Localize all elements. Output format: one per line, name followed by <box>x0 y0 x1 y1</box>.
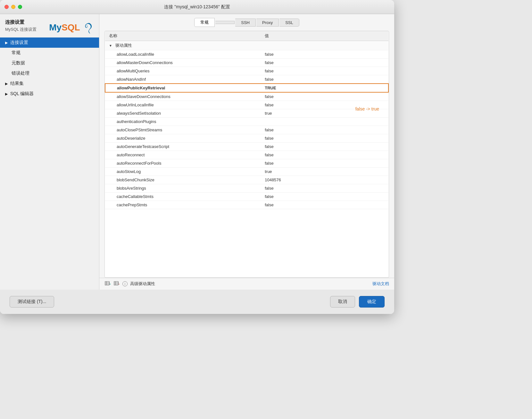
sidebar-item-sql-editor[interactable]: ▶ SQL 编辑器 <box>0 89 99 99</box>
table-row[interactable]: allowUrlInLocalInfilefalse <box>105 101 388 109</box>
sidebar-item-metadata[interactable]: 元数据 <box>0 58 99 68</box>
group-header-label: 驱动属性 <box>115 43 132 48</box>
window-title: 连接 "mysql_win10·123456" 配置 <box>164 4 230 10</box>
property-name: autoReconnectForPools <box>105 159 261 168</box>
property-value <box>261 118 388 126</box>
property-name: autoSlowLog <box>105 168 261 176</box>
table-row[interactable]: blobsAreStringsfalse <box>105 184 388 193</box>
arrow-icon: ▶ <box>5 41 8 45</box>
property-value: false <box>261 59 388 67</box>
property-value: false <box>261 67 388 75</box>
sidebar-item-general[interactable]: 常规 <box>0 48 99 58</box>
property-value: false <box>261 134 388 143</box>
title-bar: 连接 "mysql_win10·123456" 配置 <box>0 0 394 14</box>
mysql-logo: MySQL <box>49 22 93 34</box>
tab-general[interactable]: 常规 <box>194 18 215 27</box>
property-value: false <box>261 184 388 193</box>
driver-docs-link[interactable]: 驱动文档 <box>372 281 389 287</box>
table-container[interactable]: 名称 值 ▼ 驱动属性 allowLoadLocalInfilefalseall… <box>104 31 389 278</box>
right-panel: 常规 SSH Proxy SSL 名称 值 ▼ <box>99 14 394 290</box>
group-header-row: ▼ 驱动属性 <box>105 41 388 50</box>
property-value: false <box>261 143 388 151</box>
add-property-icon[interactable] <box>104 281 111 287</box>
property-name: allowNanAndInf <box>105 75 261 84</box>
cancel-button[interactable]: 取消 <box>330 296 355 308</box>
test-connection-button[interactable]: 测试链接 (T)... <box>10 296 54 308</box>
mysql-logo-text: MySQL <box>49 22 93 32</box>
table-row[interactable]: cacheCallableStmtsfalse <box>105 193 388 201</box>
arrow-icon: ▶ <box>5 82 8 86</box>
property-name: autoGenerateTestcaseScript <box>105 143 261 151</box>
tab-proxy[interactable]: Proxy <box>256 19 279 27</box>
tab-advanced[interactable] <box>215 21 235 24</box>
sidebar-item-label: 连接设置 <box>10 40 28 45</box>
svg-rect-6 <box>114 282 118 285</box>
table-row[interactable]: autoDeserializefalse <box>105 134 388 143</box>
sidebar-item-connection-settings[interactable]: ▶ 连接设置 <box>0 37 99 48</box>
table-row[interactable]: allowMasterDownConnectionsfalse <box>105 59 388 67</box>
table-row[interactable]: authenticationPlugins <box>105 118 388 126</box>
property-value: false <box>261 151 388 159</box>
minimize-button[interactable] <box>11 5 15 9</box>
properties-table: 名称 值 ▼ 驱动属性 allowLoadLocalInfilefalseall… <box>105 31 389 209</box>
traffic-lights <box>4 5 22 9</box>
sidebar-items-container: ▶ 连接设置 常规 元数据 错误处理 ▶ 结果集 ▶ SQL 编辑器 <box>0 37 99 99</box>
table-row[interactable]: cachePrepStmtsfalse <box>105 201 388 209</box>
close-button[interactable] <box>4 5 9 9</box>
property-value: true <box>261 168 388 176</box>
bottom-buttons: 测试链接 (T)... 取消 确定 <box>0 290 394 314</box>
tab-ssl[interactable]: SSL <box>279 19 299 27</box>
property-name: autoClosePStmtStreams <box>105 126 261 134</box>
table-row[interactable]: autoClosePStmtStreamsfalse <box>105 126 388 134</box>
main-content: 连接设置 MySQL 连接设置 MySQL ▶ 连接设置 常规 <box>0 14 394 290</box>
sidebar-item-error-handling[interactable]: 错误处理 <box>0 68 99 78</box>
remove-property-icon[interactable] <box>113 281 120 287</box>
property-name: cacheCallableStmts <box>105 193 261 201</box>
table-row[interactable]: blobSendChunkSize1048576 <box>105 176 388 184</box>
col-header-value: 值 <box>261 31 388 41</box>
property-value: false <box>261 193 388 201</box>
table-row[interactable]: allowPublicKeyRetrievalTRUE <box>105 84 388 92</box>
sidebar-item-result-set[interactable]: ▶ 结果集 <box>0 78 99 89</box>
property-name: allowPublicKeyRetrieval <box>105 84 261 92</box>
property-name: alwaysSendSetIsolation <box>105 109 261 118</box>
svg-rect-0 <box>105 282 109 285</box>
table-row[interactable]: autoReconnectForPoolsfalse <box>105 159 388 168</box>
ok-button[interactable]: 确定 <box>359 296 385 308</box>
maximize-button[interactable] <box>18 5 22 9</box>
bottom-toolbar: i 高级驱动属性 驱动文档 <box>99 278 394 290</box>
toolbar-label: 高级驱动属性 <box>130 281 370 287</box>
remove-rows-icon <box>114 281 120 287</box>
arrow-icon: ▶ <box>5 92 8 96</box>
table-row[interactable]: allowNanAndInffalse <box>105 75 388 84</box>
property-value: false <box>261 92 388 101</box>
chevron-down-icon: ▼ <box>109 44 112 47</box>
property-name: allowLoadLocalInfile <box>105 50 261 59</box>
table-row[interactable]: autoReconnectfalse <box>105 151 388 159</box>
property-value: TRUE <box>261 84 388 92</box>
tab-ssh[interactable]: SSH <box>235 19 256 27</box>
table-row[interactable]: allowSlaveDownConnectionsfalse <box>105 92 388 101</box>
sidebar: 连接设置 MySQL 连接设置 MySQL ▶ 连接设置 常规 <box>0 14 99 290</box>
property-name: blobsAreStrings <box>105 184 261 193</box>
table-row[interactable]: allowMultiQueriesfalse <box>105 67 388 75</box>
table-row[interactable]: alwaysSendSetIsolationtrue <box>105 109 388 118</box>
property-name: authenticationPlugins <box>105 118 261 126</box>
add-rows-icon <box>105 281 111 287</box>
table-row[interactable]: autoGenerateTestcaseScriptfalse <box>105 143 388 151</box>
property-name: autoReconnect <box>105 151 261 159</box>
table-row[interactable]: allowLoadLocalInfilefalse <box>105 50 388 59</box>
col-header-name: 名称 <box>105 31 261 41</box>
property-value: false <box>261 159 388 168</box>
mysql-dolphin-icon <box>83 22 93 34</box>
property-value: false <box>261 75 388 84</box>
table-row[interactable]: autoSlowLogtrue <box>105 168 388 176</box>
sidebar-item-label: 常规 <box>12 50 21 56</box>
info-icon[interactable]: i <box>122 281 128 286</box>
btn-group: 取消 确定 <box>330 296 385 308</box>
property-value: false <box>261 126 388 134</box>
change-note: false -> true <box>355 106 379 111</box>
property-name: cachePrepStmts <box>105 201 261 209</box>
property-name: autoDeserialize <box>105 134 261 143</box>
tabs-bar: 常规 SSH Proxy SSL <box>99 14 394 31</box>
